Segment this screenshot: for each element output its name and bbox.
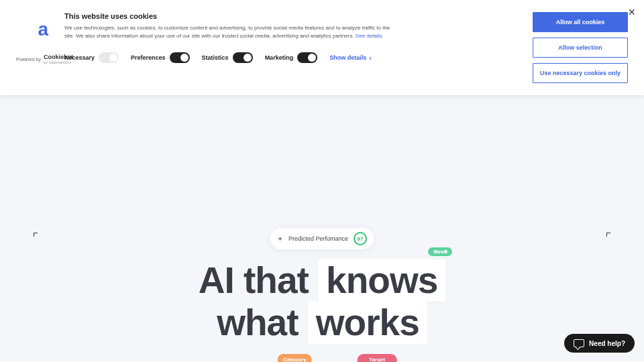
cookiebot-logo: Cookiebot [44,54,73,60]
toggle-marketing-switch[interactable] [297,52,317,63]
performance-pill: ✦ Predicted Perfomance 97 [270,228,374,249]
headline: AI that knowsBenefit what works [0,259,644,345]
tag-audience: Target Audience [358,354,397,363]
help-widget[interactable]: Need help? [564,334,635,353]
cookie-buttons: Allow all cookies Allow selection Use ne… [533,12,628,83]
headline-highlight-works: works [308,302,427,344]
bracket-right-icon [606,233,610,237]
chat-icon [574,339,584,347]
tag-benefit: Benefit [428,247,452,256]
allow-all-button[interactable]: Allow all cookies [533,12,628,32]
cookie-title: This website uses cookies [64,12,519,20]
cookie-banner: a Powered by Cookiebot by Usercentrics T… [0,0,644,95]
toggle-preferences-switch[interactable] [170,52,190,63]
cookie-description: We use technologies, such as cookies, to… [64,24,393,40]
powered-by: Powered by Cookiebot by Usercentrics [16,54,73,64]
cookiebot-sub: by Usercentrics [44,60,71,64]
cookie-content: This website uses cookies We use technol… [64,12,519,83]
powered-by-label: Powered by [16,57,41,62]
help-label: Need help? [589,340,625,347]
toggle-preferences: Preferences [131,52,190,63]
chevron-right-icon: › [369,54,371,62]
performance-label: Predicted Perfomance [288,235,348,242]
performance-score: 97 [354,232,367,245]
brand-logo: a [38,20,51,34]
see-details-link[interactable]: See details. [356,33,384,39]
bracket-left-icon [34,233,38,237]
toggle-necessary-switch [99,52,119,63]
tag-category: Category [278,354,312,363]
allow-selection-button[interactable]: Allow selection [533,38,628,58]
toggle-statistics-switch[interactable] [233,52,253,63]
cookie-toggles: Necessary Preferences Statistics Marketi… [64,52,519,63]
toggle-marketing: Marketing [265,52,318,63]
logo-area: a Powered by Cookiebot by Usercentrics [16,20,73,64]
sparkle-icon: ✦ [277,235,283,243]
hero: ✦ Predicted Perfomance 97 AI that knowsB… [0,95,644,362]
headline-highlight-knows: knowsBenefit [318,259,445,302]
toggle-statistics: Statistics [202,52,253,63]
close-icon[interactable]: ✕ [628,7,636,17]
necessary-only-button[interactable]: Use necessary cookies only [533,63,628,83]
show-details-link[interactable]: Show details › [329,54,371,62]
